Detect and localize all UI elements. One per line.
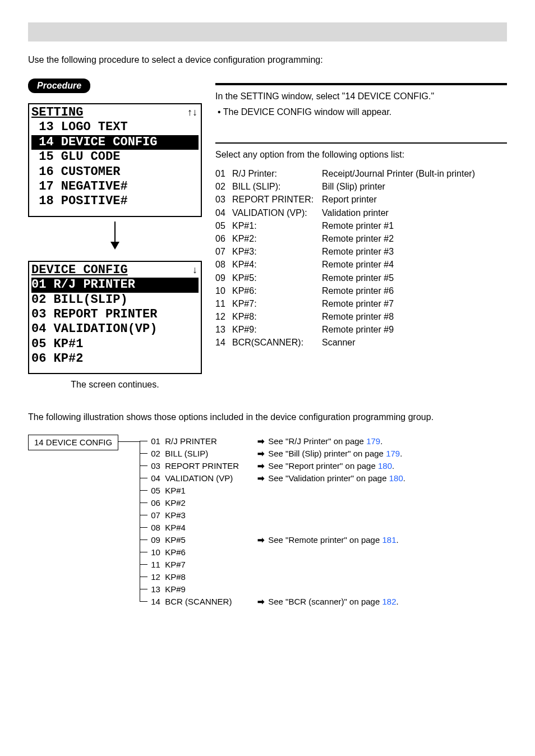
option-number: 10 bbox=[215, 284, 232, 297]
lcd-row: 05 KP#1 bbox=[31, 337, 199, 352]
option-row: 13KP#9:Remote printer #9 bbox=[215, 323, 507, 336]
option-row: 03REPORT PRINTER:Report printer bbox=[215, 193, 507, 206]
option-number: 04 bbox=[215, 206, 232, 219]
right-arrow-icon: ➡ bbox=[257, 473, 265, 483]
page-link[interactable]: 180 bbox=[378, 461, 392, 471]
intro-text: Use the following procedure to select a … bbox=[28, 55, 507, 65]
option-row: 08KP#4:Remote printer #4 bbox=[215, 258, 507, 271]
option-name: KP#2: bbox=[232, 232, 322, 245]
page-link[interactable]: 180 bbox=[389, 473, 403, 483]
option-name: REPORT PRINTER: bbox=[232, 193, 322, 206]
option-desc: Bill (Slip) printer bbox=[322, 180, 507, 193]
lcd-row: 06 KP#2 bbox=[31, 352, 199, 366]
divider bbox=[215, 83, 507, 85]
page-link[interactable]: 179 bbox=[386, 449, 400, 458]
option-desc: Remote printer #1 bbox=[322, 219, 507, 232]
option-row: 10KP#6:Remote printer #6 bbox=[215, 284, 507, 297]
tree-label: 10 KP#6 bbox=[140, 546, 252, 558]
option-row: 01R/J Printer:Receipt/Journal Printer (B… bbox=[215, 167, 507, 180]
tree-ref: ➡See "Report printer" on page 180. bbox=[252, 460, 394, 472]
tree-label: 03 REPORT PRINTER bbox=[140, 460, 252, 472]
right-arrow-icon: ➡ bbox=[257, 535, 265, 545]
lcd-row: 03 REPORT PRINTER bbox=[31, 307, 199, 322]
divider bbox=[215, 142, 507, 144]
option-number: 14 bbox=[215, 336, 232, 349]
option-row: 11KP#7:Remote printer #7 bbox=[215, 297, 507, 310]
option-name: VALIDATION (VP): bbox=[232, 206, 322, 219]
tree-label: 06 KP#2 bbox=[140, 497, 252, 509]
lcd-row: 17 NEGATIVE# bbox=[31, 179, 199, 194]
option-row: 02BILL (SLIP):Bill (Slip) printer bbox=[215, 180, 507, 193]
procedure-label: Procedure bbox=[28, 79, 90, 93]
tree-item: 09 KP#5➡See "Remote printer" on page 181… bbox=[140, 533, 405, 546]
lcd-setting-screen: SETTING ↑↓ 13 LOGO TEXT 14 DEVICE CONFIG… bbox=[28, 103, 202, 217]
option-number: 12 bbox=[215, 310, 232, 323]
tree-item: 13 KP#9 bbox=[140, 583, 405, 595]
down-arrow-icon bbox=[28, 217, 202, 251]
option-number: 09 bbox=[215, 271, 232, 284]
tree-label: 04 VALIDATION (VP) bbox=[140, 472, 252, 484]
lcd-row: 16 CUSTOMER bbox=[31, 165, 199, 179]
option-name: KP#1: bbox=[232, 219, 322, 232]
option-desc: Remote printer #8 bbox=[322, 310, 507, 323]
option-desc: Remote printer #2 bbox=[322, 232, 507, 245]
step2-intro: Select any option from the following opt… bbox=[215, 148, 507, 162]
page-link[interactable]: 181 bbox=[382, 535, 396, 545]
option-name: KP#4: bbox=[232, 258, 322, 271]
tree-label: 14 BCR (SCANNER) bbox=[140, 596, 252, 607]
lcd-row: 18 POSITIVE# bbox=[31, 194, 199, 209]
header-bar bbox=[28, 22, 507, 42]
option-number: 08 bbox=[215, 258, 232, 271]
right-arrow-icon: ➡ bbox=[257, 597, 265, 606]
option-number: 02 bbox=[215, 180, 232, 193]
lcd-row: 02 BILL(SLIP) bbox=[31, 293, 199, 307]
tree-ref: ➡See "BCR (scanner)" on page 182. bbox=[252, 596, 398, 607]
tree-label: 08 KP#4 bbox=[140, 522, 252, 533]
lcd-row: 15 GLU CODE bbox=[31, 150, 199, 164]
lcd-row: 04 VALIDATION(VP) bbox=[31, 322, 199, 336]
tree-label: 12 KP#8 bbox=[140, 571, 252, 583]
down-icon: ↓ bbox=[192, 264, 197, 276]
option-row: 05KP#1:Remote printer #1 bbox=[215, 219, 507, 232]
tree-ref: ➡See "Remote printer" on page 181. bbox=[252, 534, 398, 546]
tree-label: 07 KP#3 bbox=[140, 509, 252, 521]
option-desc: Receipt/Journal Printer (Bult-in printer… bbox=[322, 167, 507, 180]
option-number: 01 bbox=[215, 167, 232, 180]
tree-item: 01 R/J PRINTER➡See "R/J Printer" on page… bbox=[140, 435, 405, 447]
option-name: KP#5: bbox=[232, 271, 322, 284]
option-desc: Remote printer #4 bbox=[322, 258, 507, 271]
lcd1-title: SETTING bbox=[31, 105, 83, 120]
options-list: 01R/J Printer:Receipt/Journal Printer (B… bbox=[215, 167, 507, 349]
tree-ref: ➡See "R/J Printer" on page 179. bbox=[252, 435, 382, 447]
option-row: 06KP#2:Remote printer #2 bbox=[215, 232, 507, 245]
tree-item: 10 KP#6 bbox=[140, 546, 405, 558]
option-name: BILL (SLIP): bbox=[232, 180, 322, 193]
page-link[interactable]: 179 bbox=[366, 436, 380, 446]
option-desc: Scanner bbox=[322, 336, 507, 349]
option-name: BCR(SCANNER): bbox=[232, 336, 322, 349]
option-number: 03 bbox=[215, 193, 232, 206]
option-desc: Remote printer #3 bbox=[322, 245, 507, 258]
tree-item: 11 KP#7 bbox=[140, 558, 405, 570]
tree-item: 14 BCR (SCANNER)➡See "BCR (scanner)" on … bbox=[140, 595, 405, 607]
lcd-row: 01 R/J PRINTER bbox=[31, 278, 199, 292]
page-link[interactable]: 182 bbox=[382, 597, 396, 606]
option-name: KP#9: bbox=[232, 323, 322, 336]
tree-label: 11 KP#7 bbox=[140, 559, 252, 570]
tree-item: 06 KP#2 bbox=[140, 496, 405, 509]
right-arrow-icon: ➡ bbox=[257, 449, 265, 458]
option-desc: Remote printer #7 bbox=[322, 297, 507, 310]
tree-item: 05 KP#1 bbox=[140, 484, 405, 496]
tree-label: 05 KP#1 bbox=[140, 485, 252, 496]
option-name: KP#6: bbox=[232, 284, 322, 297]
diagram-root: 14 DEVICE CONFIG bbox=[28, 435, 118, 450]
config-tree-diagram: 14 DEVICE CONFIG 01 R/J PRINTER➡See "R/J… bbox=[28, 435, 507, 607]
lcd-row: 13 LOGO TEXT bbox=[31, 120, 199, 135]
tree-item: 07 KP#3 bbox=[140, 509, 405, 521]
illustration-intro: The following illustration shows those o… bbox=[28, 412, 507, 422]
updown-icon: ↑↓ bbox=[187, 107, 197, 119]
lcd-device-config-screen: DEVICE CONFIG ↓ 01 R/J PRINTER 02 BILL(S… bbox=[28, 261, 202, 375]
option-desc: Report printer bbox=[322, 193, 507, 206]
tree-item: 08 KP#4 bbox=[140, 521, 405, 533]
step1-main: In the SETTING window, select "14 DEVICE… bbox=[215, 90, 507, 103]
